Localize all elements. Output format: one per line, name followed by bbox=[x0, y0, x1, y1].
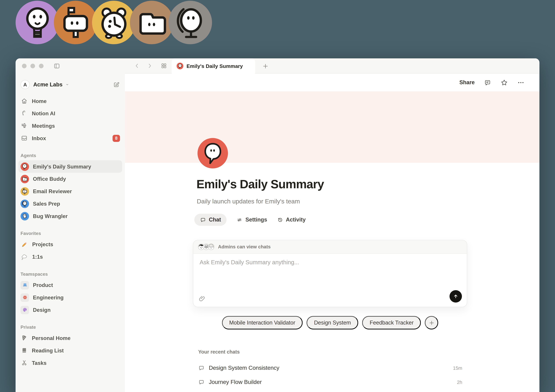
sidebar-item-reading-list[interactable]: Reading List bbox=[18, 344, 122, 357]
recent-chat-title: Journey Flow Builder bbox=[209, 379, 262, 385]
sidebar-item-inbox[interactable]: Inbox 8 bbox=[18, 132, 122, 144]
traffic-light-zoom[interactable] bbox=[39, 64, 44, 68]
page-content: Emily's Daily Summary Daily launch updat… bbox=[125, 91, 539, 392]
back-icon[interactable] bbox=[133, 62, 140, 69]
sidebar-item-personal-home[interactable]: Personal Home bbox=[18, 332, 122, 344]
thought-cloud-icon bbox=[21, 253, 28, 261]
compose-icon[interactable] bbox=[113, 81, 120, 88]
desktop: A Acme Labs Home Notion AI bbox=[0, 0, 555, 392]
add-chip-button[interactable] bbox=[425, 316, 438, 329]
sidebar-item-sales-prep[interactable]: Sales Prep bbox=[18, 197, 122, 210]
sliders-icon bbox=[237, 217, 243, 223]
tab-emilys-daily-summary[interactable]: Emily's Daily Summary bbox=[172, 58, 255, 73]
sidebar-item-label: Office Buddy bbox=[33, 176, 66, 182]
tab-chat[interactable]: Chat bbox=[194, 214, 227, 226]
page-title[interactable]: Emily's Daily Summary bbox=[197, 177, 324, 191]
recent-chat-row[interactable]: Design System Consistency 15m bbox=[198, 361, 462, 375]
sidebar-item-product[interactable]: Product bbox=[18, 279, 122, 291]
agent-avatar[interactable] bbox=[197, 138, 228, 168]
workspace-name: Acme Labs bbox=[33, 81, 63, 88]
sidebar-item-label: Bug Wrangler bbox=[33, 213, 68, 219]
sidebar-item-label: 1:1s bbox=[32, 254, 43, 260]
suggestion-chips: Mobile Interaction Validator Design Syst… bbox=[193, 316, 467, 329]
arrow-up-icon bbox=[453, 293, 459, 299]
favorite-star-icon[interactable] bbox=[501, 79, 508, 86]
chip-mobile-interaction-validator[interactable]: Mobile Interaction Validator bbox=[222, 316, 303, 329]
folder-face-icon bbox=[133, 4, 170, 41]
agent-mailbox-icon bbox=[21, 187, 29, 196]
recent-chat-title: Design System Consistency bbox=[209, 365, 279, 371]
sidebar-item-office-buddy[interactable]: Office Buddy bbox=[18, 173, 122, 185]
page-cover[interactable] bbox=[125, 91, 539, 163]
folder-sticker bbox=[130, 1, 174, 44]
comments-icon[interactable] bbox=[484, 79, 491, 86]
sidebar-item-tasks[interactable]: Tasks bbox=[18, 357, 122, 369]
workspace-switcher[interactable]: A Acme Labs bbox=[16, 79, 125, 91]
sidebar-item-design[interactable]: Design bbox=[18, 304, 122, 316]
sidebar-item-bug-wrangler[interactable]: Bug Wrangler bbox=[18, 210, 122, 222]
admin-avatar bbox=[208, 243, 215, 250]
globe-sticker bbox=[168, 1, 212, 44]
traffic-light-minimize[interactable] bbox=[30, 64, 35, 68]
page-subtitle[interactable]: Daily launch updates for Emily's team bbox=[197, 198, 300, 205]
agent-page-icon bbox=[21, 212, 29, 220]
history-controls bbox=[125, 58, 167, 73]
mailbox-face-icon bbox=[57, 4, 94, 41]
plus-icon bbox=[429, 320, 435, 326]
recent-chat-row[interactable]: Journey Flow Builder 2h bbox=[198, 375, 462, 389]
share-button[interactable]: Share bbox=[460, 79, 475, 86]
agent-bubble-icon bbox=[200, 141, 225, 166]
tab-settings[interactable]: Settings bbox=[237, 217, 267, 223]
section-label-teamspaces: Teamspaces bbox=[21, 271, 120, 277]
sidebar-item-label: Notion AI bbox=[32, 110, 55, 116]
sidebar-item-notion-ai[interactable]: Notion AI bbox=[18, 107, 122, 120]
pizza-icon bbox=[21, 334, 28, 342]
sidebar-item-label: Engineering bbox=[33, 294, 64, 301]
chip-design-system[interactable]: Design System bbox=[307, 316, 358, 329]
inbox-icon bbox=[21, 135, 28, 142]
sidebar-item-label: Email Reviewer bbox=[33, 188, 72, 194]
sidebar-item-emilys-daily-summary[interactable]: Emily's Daily Summary bbox=[18, 160, 122, 173]
sidebar-toggle-icon[interactable] bbox=[53, 62, 60, 70]
chat-bubble-icon bbox=[198, 365, 204, 371]
forward-icon[interactable] bbox=[146, 62, 153, 69]
laptop-icon bbox=[21, 281, 29, 289]
book-icon bbox=[21, 347, 28, 354]
window-controls bbox=[16, 58, 125, 73]
sidebar-item-email-reviewer[interactable]: Email Reviewer bbox=[18, 185, 122, 197]
sidebar-item-meetings[interactable]: Meetings bbox=[18, 120, 122, 132]
mailbox-sticker bbox=[54, 1, 97, 44]
sidebar-item-label: Emily's Daily Summary bbox=[33, 163, 91, 169]
sidebar-item-label: Reading List bbox=[32, 348, 64, 354]
traffic-light-close[interactable] bbox=[22, 64, 27, 68]
tab-overview-icon[interactable] bbox=[160, 62, 167, 69]
attach-paperclip-icon[interactable] bbox=[198, 295, 205, 302]
lightbulb-face-icon bbox=[19, 4, 56, 41]
chip-feedback-tracker[interactable]: Feedback Tracker bbox=[362, 316, 421, 329]
new-tab-icon[interactable] bbox=[262, 63, 269, 69]
chat-input[interactable] bbox=[193, 254, 467, 286]
workspace-avatar: A bbox=[21, 80, 30, 89]
sidebar-item-1-1s[interactable]: 1:1s bbox=[18, 251, 122, 263]
sidebar-item-label: Sales Prep bbox=[33, 201, 60, 207]
page-toolbar: Share bbox=[125, 73, 539, 91]
tab-activity[interactable]: Activity bbox=[277, 217, 306, 223]
sidebar-nav: Home Notion AI Meetings Inbox 8 bbox=[16, 95, 125, 144]
sidebar-item-projects[interactable]: Projects bbox=[18, 238, 122, 251]
tab-agent-icon bbox=[177, 63, 183, 69]
sidebar-item-home[interactable]: Home bbox=[18, 95, 122, 107]
section-label-agents: Agents bbox=[21, 153, 120, 158]
agent-globe-icon bbox=[21, 199, 29, 208]
tab-title: Emily's Daily Summary bbox=[187, 63, 243, 69]
more-options-icon[interactable] bbox=[517, 79, 525, 86]
microphone-icon bbox=[21, 122, 28, 130]
home-icon bbox=[21, 97, 28, 105]
sidebar: A Acme Labs Home Notion AI bbox=[16, 58, 125, 392]
sidebar-item-engineering[interactable]: Engineering bbox=[18, 291, 122, 304]
recent-chat-time: 2h bbox=[457, 380, 462, 385]
recent-chat-time: 15m bbox=[453, 365, 462, 371]
send-button[interactable] bbox=[450, 290, 462, 303]
section-label-private: Private bbox=[21, 325, 120, 330]
globe-face-icon bbox=[172, 4, 209, 41]
ai-face-icon bbox=[21, 110, 28, 117]
